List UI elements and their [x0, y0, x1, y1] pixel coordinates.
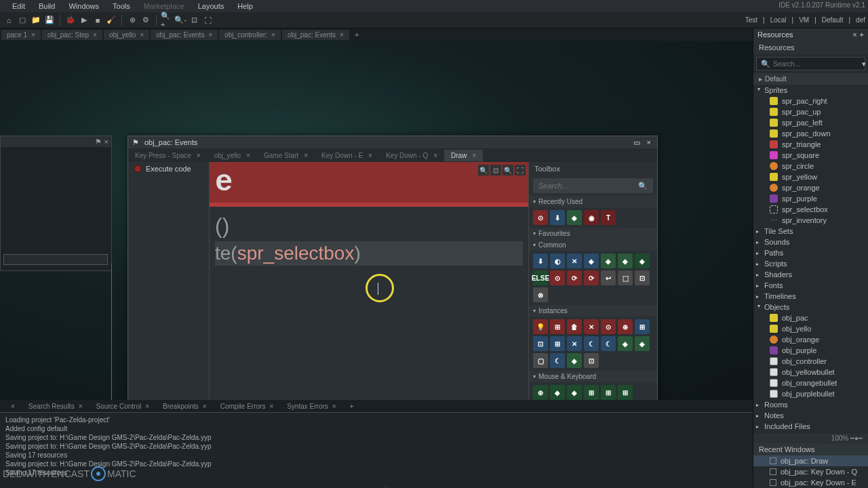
code-editor[interactable]: 🔍 ⊡ 🔍 ⛶ e () te(spr_selectbox)	[210, 162, 528, 400]
tb-action-icon[interactable]: ◈	[567, 385, 582, 400]
tree-included[interactable]: Included Files	[753, 421, 868, 432]
menu-windows[interactable]: Windows	[62, 2, 106, 10]
close-icon[interactable]: ×	[304, 152, 308, 159]
tb-action-icon[interactable]: ◈	[635, 336, 650, 351]
tree-item[interactable]: obj_purple	[753, 345, 868, 356]
toolbox-search[interactable]: 🔍	[533, 178, 653, 193]
zoom-out-icon[interactable]: 🔍	[502, 165, 513, 176]
tree-item[interactable]: obj_purplebullet	[753, 388, 868, 399]
fullscreen-icon[interactable]: ⛶	[515, 165, 526, 176]
zoom-in-icon[interactable]: 🔍	[478, 165, 489, 176]
workspace-tab[interactable]: obj_pac: Step×	[42, 30, 102, 40]
tree-item[interactable]: spr_square	[753, 150, 868, 161]
resources-tab[interactable]: Resources × +	[753, 28, 868, 41]
tb-action-icon[interactable]: ⊞	[584, 385, 599, 400]
tb-action-icon[interactable]: ☾	[550, 353, 565, 368]
close-icon[interactable]: ×	[104, 138, 108, 146]
tree-item[interactable]: spr_pac_down	[753, 128, 868, 139]
tb-action-icon[interactable]: ⊙	[533, 210, 548, 225]
tree-objects[interactable]: Objects	[753, 302, 868, 312]
tree-fonts[interactable]: Fonts	[753, 280, 868, 291]
tb-action-icon[interactable]: ⊡	[584, 353, 599, 368]
tree-item[interactable]: obj_orangebullet	[753, 378, 868, 388]
output-tab[interactable]: Search Results×	[22, 401, 90, 411]
zoom-reset-icon[interactable]: ⊡	[188, 14, 200, 26]
tb-action-icon[interactable]: ⬚	[618, 270, 633, 285]
output-tab[interactable]: ×	[0, 401, 22, 411]
flag-icon[interactable]: ⚑	[95, 138, 102, 146]
event-tab[interactable]: Key Press - Space×	[128, 150, 208, 161]
zoom-fit-icon[interactable]: ⊡	[490, 165, 501, 176]
tb-action-icon[interactable]: ◈	[618, 253, 633, 268]
resources-search-input[interactable]	[773, 60, 859, 68]
tree-item[interactable]: spr_yellow	[753, 171, 868, 182]
recent-item[interactable]: obj_pac: Draw	[753, 455, 868, 466]
workspace-tab[interactable]: pace 1×	[1, 30, 41, 40]
tb-action-icon[interactable]: ▢	[533, 353, 548, 368]
tree-notes[interactable]: Notes	[753, 410, 868, 421]
tb-action-icon[interactable]: ⬇	[550, 210, 565, 225]
tb-action-icon[interactable]: ELSE	[533, 270, 548, 285]
menu-layouts[interactable]: Layouts	[191, 2, 231, 10]
tree-item[interactable]: spr_purple	[753, 193, 868, 204]
tb-action-icon[interactable]: ⊡	[635, 270, 650, 285]
close-icon[interactable]: ×	[11, 403, 15, 410]
menu-tools[interactable]: Tools	[106, 2, 137, 10]
tb-action-icon[interactable]: ⊞	[550, 319, 565, 334]
menu-edit[interactable]: Edit	[5, 2, 32, 10]
resize-handle[interactable]: ⋯	[376, 484, 397, 488]
tb-action-icon[interactable]: ◈	[567, 353, 582, 368]
tree-item[interactable]: ⋯spr_inventory	[753, 215, 868, 226]
close-icon[interactable]: ×	[368, 152, 372, 159]
output-panel[interactable]: Loading project 'Pac-Zelda-project' Adde…	[0, 412, 753, 488]
tb-action-icon[interactable]: 🗑	[567, 319, 582, 334]
tree-rooms[interactable]: Rooms	[753, 399, 868, 410]
expand-icon[interactable]: ⛶	[201, 14, 214, 26]
tb-action-icon[interactable]: 💡	[533, 319, 548, 334]
close-icon[interactable]: ×	[433, 152, 437, 159]
close-icon[interactable]: ×	[197, 152, 201, 159]
tb-action-icon[interactable]: ◈	[584, 253, 599, 268]
window-titlebar[interactable]: ⚑ obj_pac: Events ▭ ×	[128, 136, 657, 148]
tree-shaders[interactable]: Shaders	[753, 269, 868, 280]
toolbox-section[interactable]: Favourites	[529, 228, 657, 239]
tree-tilesets[interactable]: Tile Sets	[753, 226, 868, 237]
tree-timelines[interactable]: Timelines	[753, 291, 868, 302]
add-tab-icon[interactable]: +	[343, 401, 361, 411]
tb-action-icon[interactable]: ↩	[601, 270, 616, 285]
close-icon[interactable]: ×	[852, 30, 856, 39]
menu-help[interactable]: Help	[231, 2, 260, 10]
close-icon[interactable]: ×	[31, 31, 35, 39]
event-tab[interactable]: Game Start×	[257, 150, 315, 161]
tb-action-icon[interactable]: ⊞	[618, 385, 633, 400]
tree-item[interactable]: spr_orange	[753, 182, 868, 193]
tb-action-icon[interactable]: ⊕	[533, 385, 548, 400]
tree-sprites[interactable]: Sprites	[753, 85, 868, 96]
tree-paths[interactable]: Paths	[753, 247, 868, 258]
tree-item[interactable]: obj_yello	[753, 323, 868, 334]
tree-item[interactable]: obj_controller	[753, 356, 868, 367]
tb-action-icon[interactable]: ⊛	[618, 319, 633, 334]
tb-action-icon[interactable]: ✕	[567, 253, 582, 268]
tree-item[interactable]: spr_pac_up	[753, 106, 868, 117]
zoom-in-icon[interactable]: 🔍+	[161, 14, 173, 26]
output-tab[interactable]: Source Control×	[90, 401, 157, 411]
new-icon[interactable]: ▢	[16, 14, 28, 26]
execute-code-action[interactable]: Execute code	[128, 162, 209, 176]
tb-action-icon[interactable]: ◈	[601, 253, 616, 268]
toolbox-section[interactable]: Common	[529, 239, 657, 251]
code-line[interactable]: te(spr_selectbox)	[215, 241, 523, 266]
runtime-targets[interactable]: Test|Local|VM|Default|def	[745, 16, 865, 24]
zoom-indicator[interactable]: 100% ━●━	[753, 433, 868, 443]
search-icon[interactable]: 🔍	[638, 182, 648, 190]
zoom-out-icon[interactable]: 🔍-	[174, 14, 186, 26]
tb-action-icon[interactable]: ☾	[584, 336, 599, 351]
clean-icon[interactable]: 🧹	[105, 14, 117, 26]
tb-action-icon[interactable]: T	[601, 210, 616, 225]
tree-item[interactable]: obj_yellowbullet	[753, 367, 868, 378]
toolbox-search-input[interactable]	[538, 182, 638, 190]
tree-item[interactable]: obj_pac	[753, 312, 868, 323]
tree-item[interactable]: spr_pac_right	[753, 96, 868, 106]
close-icon[interactable]: ×	[93, 31, 97, 39]
toolbox-section[interactable]: Instances	[529, 305, 657, 317]
